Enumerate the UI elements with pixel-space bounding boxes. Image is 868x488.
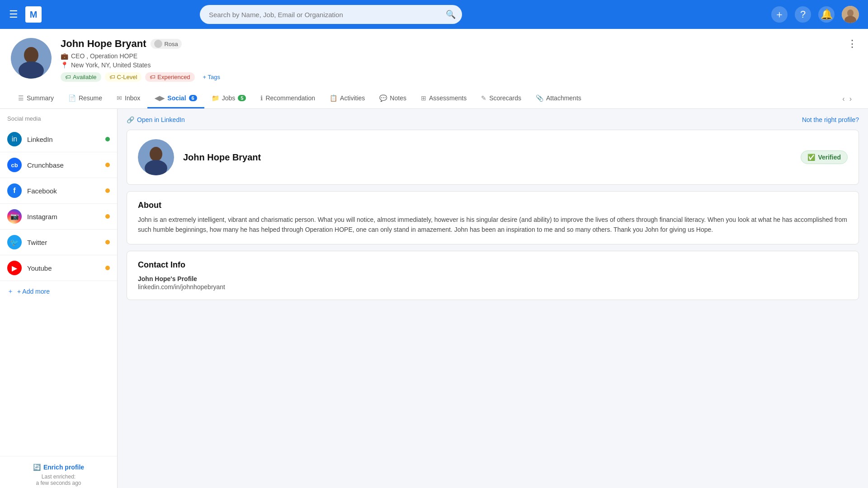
tab-inbox[interactable]: ✉ Inbox bbox=[109, 89, 147, 108]
more-options-button[interactable]: ⋮ bbox=[847, 38, 857, 50]
facebook-status-dot bbox=[105, 188, 110, 193]
location-icon: 📍 bbox=[61, 61, 68, 69]
sidebar-item-instagram[interactable]: 📷 Instagram bbox=[0, 204, 117, 230]
profile-title: CEO , Operation HOPE bbox=[71, 52, 137, 60]
social-icon: ◀▶ bbox=[155, 94, 165, 102]
linkedin-profile-card: John Hope Bryant ✅ Verified bbox=[127, 130, 859, 185]
enrich-sub: Last enriched: a few seconds ago bbox=[7, 474, 110, 486]
youtube-status-dot bbox=[105, 266, 110, 270]
resume-icon: 📄 bbox=[68, 94, 76, 102]
tab-scorecards-label: Scorecards bbox=[489, 94, 521, 102]
verified-badge: ✅ Verified bbox=[801, 150, 848, 164]
inbox-icon: ✉ bbox=[117, 94, 122, 102]
tab-arrow-left[interactable]: ‹ bbox=[840, 93, 846, 105]
tab-resume[interactable]: 📄 Resume bbox=[61, 89, 109, 108]
tab-summary-label: Summary bbox=[27, 94, 54, 102]
tag-clevel-label: C-Level bbox=[117, 74, 137, 80]
tab-recommendation[interactable]: ℹ Recommendation bbox=[253, 89, 322, 108]
tab-recommendation-label: Recommendation bbox=[265, 94, 315, 102]
tab-scorecards[interactable]: ✎ Scorecards bbox=[474, 89, 528, 108]
activities-icon: 📋 bbox=[330, 94, 337, 102]
contact-profile-url[interactable]: linkedin.com/in/johnhopebryant bbox=[138, 283, 848, 291]
contact-info-card: Contact Info John Hope's Profile linkedi… bbox=[127, 251, 859, 300]
owner-avatar bbox=[154, 40, 162, 48]
tab-social[interactable]: ◀▶ Social 6 bbox=[147, 89, 204, 108]
search-input[interactable] bbox=[200, 5, 462, 24]
not-right-profile-link[interactable]: Not the right profile? bbox=[802, 116, 859, 123]
sidebar-item-linkedin[interactable]: in LinkedIn bbox=[0, 127, 117, 152]
linkedin-status-dot bbox=[105, 137, 110, 141]
search-icon: 🔍 bbox=[446, 9, 456, 19]
enrich-sub1: Last enriched: bbox=[42, 474, 75, 480]
sidebar-item-facebook[interactable]: f Facebook bbox=[0, 178, 117, 204]
help-button[interactable]: ? bbox=[795, 6, 811, 23]
instagram-icon: 📷 bbox=[7, 209, 22, 224]
twitter-label: Twitter bbox=[27, 239, 100, 246]
external-link-icon: 🔗 bbox=[127, 116, 134, 123]
tab-assessments[interactable]: ⊞ Assessments bbox=[414, 89, 474, 108]
about-card: About John is an extremely intelligent, … bbox=[127, 191, 859, 244]
profile-name: John Hope Bryant bbox=[61, 38, 146, 50]
tab-notes[interactable]: 💬 Notes bbox=[372, 89, 414, 108]
crunchbase-label: Crunchbase bbox=[27, 161, 100, 169]
sidebar-item-twitter[interactable]: 🐦 Twitter bbox=[0, 230, 117, 255]
tab-summary[interactable]: ☰ Summary bbox=[11, 89, 61, 108]
svg-point-7 bbox=[150, 147, 162, 161]
twitter-status-dot bbox=[105, 240, 110, 244]
tab-attachments[interactable]: 📎 Attachments bbox=[528, 89, 589, 108]
tab-activities-label: Activities bbox=[340, 94, 365, 102]
social-badge: 6 bbox=[189, 95, 197, 101]
contact-profile-label: John Hope's Profile bbox=[138, 275, 848, 282]
open-linkedin-label: Open in LinkedIn bbox=[137, 116, 185, 123]
linkedin-profile-name: John Hope Bryant bbox=[183, 152, 261, 163]
instagram-status-dot bbox=[105, 214, 110, 219]
add-more-label: + Add more bbox=[17, 288, 50, 295]
user-avatar[interactable] bbox=[842, 6, 859, 23]
sidebar-item-youtube[interactable]: ▶ Youtube bbox=[0, 255, 117, 281]
profile-tags: 🏷 Available 🏷 C-Level 🏷 Experienced + Ta… bbox=[61, 72, 838, 82]
tab-arrow-right[interactable]: › bbox=[848, 93, 854, 105]
nav-actions: ＋ ? 🔔 bbox=[771, 6, 859, 23]
owner-badge[interactable]: Rosa bbox=[151, 39, 181, 49]
summary-icon: ☰ bbox=[18, 94, 24, 102]
tab-jobs-label: Jobs bbox=[222, 94, 236, 102]
enrich-sub2: a few seconds ago bbox=[36, 480, 81, 486]
tag-experienced[interactable]: 🏷 Experienced bbox=[145, 72, 194, 82]
about-text: John is an extremely intelligent, vibran… bbox=[138, 215, 848, 235]
tag-clevel[interactable]: 🏷 C-Level bbox=[105, 72, 142, 82]
profile-tabs: ☰ Summary 📄 Resume ✉ Inbox ◀▶ Social 6 📁… bbox=[11, 89, 857, 108]
twitter-icon: 🐦 bbox=[7, 235, 22, 249]
tag-available[interactable]: 🏷 Available bbox=[61, 72, 101, 82]
notifications-button[interactable]: 🔔 bbox=[818, 6, 835, 23]
content-topbar: 🔗 Open in LinkedIn Not the right profile… bbox=[127, 116, 859, 123]
linkedin-icon: in bbox=[7, 132, 22, 146]
sidebar-item-crunchbase[interactable]: cb Crunchbase bbox=[0, 152, 117, 178]
content-area: 🔗 Open in LinkedIn Not the right profile… bbox=[118, 109, 868, 488]
enrich-profile-button[interactable]: 🔄 Enrich profile bbox=[7, 464, 110, 471]
svg-point-1 bbox=[847, 9, 854, 17]
social-sidebar: Social media in LinkedIn cb Crunchbase f… bbox=[0, 109, 118, 488]
recommendation-icon: ℹ bbox=[260, 94, 263, 102]
add-button[interactable]: ＋ bbox=[771, 6, 788, 23]
crunchbase-status-dot bbox=[105, 163, 110, 167]
notes-icon: 💬 bbox=[379, 94, 387, 102]
enrich-label: Enrich profile bbox=[43, 464, 84, 471]
attachments-icon: 📎 bbox=[536, 94, 543, 102]
contact-info-title: Contact Info bbox=[138, 260, 848, 270]
app-logo: M bbox=[25, 6, 42, 23]
profile-info: John Hope Bryant Rosa 💼 CEO , Operation … bbox=[61, 38, 838, 82]
jobs-badge: 5 bbox=[238, 95, 246, 101]
add-more-button[interactable]: ＋ + Add more bbox=[0, 281, 117, 302]
tab-jobs[interactable]: 📁 Jobs 5 bbox=[204, 89, 254, 108]
tab-activities[interactable]: 📋 Activities bbox=[322, 89, 372, 108]
open-linkedin-button[interactable]: 🔗 Open in LinkedIn bbox=[127, 116, 185, 123]
menu-icon[interactable]: ☰ bbox=[9, 9, 18, 20]
profile-location: New York, NY, United States bbox=[71, 61, 151, 69]
tab-assessments-label: Assessments bbox=[429, 94, 467, 102]
add-tags-button[interactable]: + Tags bbox=[198, 72, 225, 82]
tab-inbox-label: Inbox bbox=[125, 94, 140, 102]
tag-available-label: Available bbox=[73, 74, 97, 80]
tab-social-label: Social bbox=[167, 94, 186, 102]
tag-available-dot: 🏷 bbox=[65, 74, 71, 80]
crunchbase-icon: cb bbox=[7, 158, 22, 172]
